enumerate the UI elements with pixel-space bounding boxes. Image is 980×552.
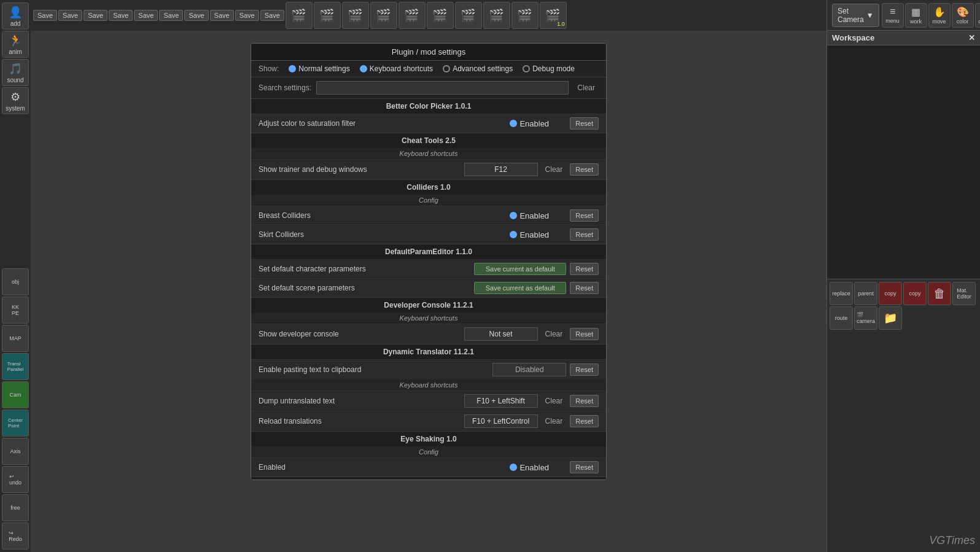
film-btn-8[interactable]: 🎬 [483, 2, 510, 29]
dump-untranslated-reset[interactable]: Reset [570, 395, 599, 407]
default-scene-reset[interactable]: Reset [570, 282, 599, 294]
nav-color-btn[interactable]: 🎨 color [952, 3, 974, 28]
film-btn-2[interactable]: 🎬 [314, 2, 341, 29]
nav-work-btn[interactable]: ▦ work [905, 3, 927, 28]
cam-btn[interactable]: Cam [2, 381, 29, 408]
reload-translations-clear[interactable]: Clear [542, 416, 567, 427]
radio-advanced-dot [443, 65, 450, 72]
film-btn-5[interactable]: 🎬 [399, 2, 426, 29]
dump-untranslated-label: Dump untranslated text [259, 397, 464, 405]
show-debug-mode[interactable]: Debug mode [523, 64, 575, 73]
default-char-reset[interactable]: Reset [570, 263, 599, 275]
axis-btn[interactable]: Axis [2, 438, 29, 465]
parent-tool-btn[interactable]: parent [854, 282, 877, 305]
sub-header-translator-keyboard: Keyboard shortcuts [251, 379, 606, 391]
copy-tool-btn[interactable]: copy [879, 282, 902, 305]
save-btn-2[interactable]: Save [58, 10, 82, 21]
film-btn-4[interactable]: 🎬 [370, 2, 397, 29]
eye-enabled-reset[interactable]: Reset [570, 461, 599, 473]
film-btn-10[interactable]: 🎬 1.0 [540, 2, 567, 29]
nav-option-btn[interactable]: ⚙ option [975, 3, 980, 28]
save-scene-default-btn[interactable]: Save current as default [474, 282, 566, 294]
kkpe-btn[interactable]: KKPE [2, 297, 29, 324]
default-scene-params-label: Set default scene parameters [259, 284, 464, 292]
redo-btn[interactable]: ↪Redo [2, 523, 29, 550]
delete-tool-btn[interactable]: 🗑 [928, 282, 951, 305]
obj-btn[interactable]: obj [2, 268, 29, 295]
nav-move-btn[interactable]: ✋ move [928, 3, 951, 28]
eye-enabled-text: Enabled [519, 463, 549, 472]
add-icon: 👤 [9, 6, 22, 19]
adjust-color-reset[interactable]: Reset [570, 117, 599, 130]
film-btn-6[interactable]: 🎬 [427, 2, 454, 29]
search-clear-btn[interactable]: Clear [574, 82, 599, 93]
dump-untranslated-clear[interactable]: Clear [542, 395, 567, 406]
save-btn-8[interactable]: Save [210, 10, 234, 21]
copy2-tool-btn[interactable]: copy [903, 282, 927, 305]
save-btn-3[interactable]: Save [84, 10, 107, 21]
show-trainer-label: Show trainer and debug windows [259, 165, 464, 174]
translparallel-btn[interactable]: TranslParallel [2, 353, 29, 380]
breast-colliders-reset[interactable]: Reset [570, 209, 599, 222]
right-panel-top: Set Camera ▼ ≡ menu ▦ work ✋ move 🎨 colo… [827, 0, 980, 31]
set-camera-dropdown[interactable]: Set Camera ▼ [832, 4, 879, 27]
enable-pasting-reset[interactable]: Reset [570, 363, 599, 376]
show-dev-console-value: Not set Clear Reset [464, 327, 599, 341]
show-dev-console-clear[interactable]: Clear [542, 328, 567, 340]
anim-icon: 🏃 [9, 34, 22, 47]
show-dev-console-key: Not set [464, 327, 538, 341]
route-btn[interactable]: route [830, 306, 853, 330]
color-icon: 🎨 [957, 6, 969, 18]
camera-tool-btn[interactable]: 🎬camera [854, 306, 877, 330]
modal-title: Plugin / mod settings [251, 44, 606, 61]
work-label: work [910, 18, 922, 25]
adjust-color-enabled: Enabled [492, 119, 566, 128]
search-settings-input[interactable] [316, 81, 569, 95]
save-btn-7[interactable]: Save [184, 10, 208, 21]
save-btn-5[interactable]: Save [134, 10, 158, 21]
show-trainer-clear[interactable]: Clear [542, 164, 567, 175]
plugin-header-colliders: Colliders 1.0 [251, 180, 606, 195]
plugin-header-dev-console: Developer Console 11.2.1 [251, 298, 606, 313]
sidebar-item-anim[interactable]: 🏃 anim [2, 31, 29, 58]
nav-menu-btn[interactable]: ≡ menu [882, 3, 904, 28]
work-icon: ▦ [911, 6, 920, 18]
sidebar-sound-label: sound [7, 77, 23, 84]
workspace-title-text: Workspace [832, 33, 874, 42]
show-advanced-settings[interactable]: Advanced settings [443, 64, 513, 73]
replace-tool-btn[interactable]: replace [830, 282, 853, 305]
plugin-header-better-color-picker: Better Color Picker 1.0.1 [251, 99, 606, 114]
folder-tool-btn[interactable]: 📁 [879, 306, 902, 330]
free-btn[interactable]: free [2, 494, 29, 521]
modal-scroll-area[interactable]: Better Color Picker 1.0.1 Adjust color t… [251, 99, 606, 480]
skirt-colliders-label: Skirt Colliders [259, 230, 464, 239]
workspace-close-btn[interactable]: ✕ [968, 33, 975, 42]
sidebar-item-sound[interactable]: 🎵 sound [2, 59, 29, 86]
film-btn-3[interactable]: 🎬 [342, 2, 369, 29]
save-btn-9[interactable]: Save [235, 10, 259, 21]
skirt-colliders-enabled: Enabled [492, 230, 566, 239]
film-btn-7[interactable]: 🎬 [455, 2, 482, 29]
show-normal-settings[interactable]: Normal settings [289, 64, 349, 73]
save-btn-10[interactable]: Save [260, 10, 284, 21]
save-btn-4[interactable]: Save [109, 10, 133, 21]
show-dev-console-reset[interactable]: Reset [570, 328, 599, 340]
save-btn-6[interactable]: Save [159, 10, 183, 21]
show-trainer-reset[interactable]: Reset [570, 163, 599, 176]
sidebar-item-system[interactable]: ⚙ system [2, 87, 29, 114]
film-btn-9[interactable]: 🎬 [511, 2, 539, 29]
film-btn-1[interactable]: 🎬 [286, 2, 313, 29]
sidebar-item-add[interactable]: 👤 add [2, 2, 29, 29]
row-show-dev-console: Show developer console Not set Clear Res… [251, 324, 606, 344]
map-btn[interactable]: MAP [2, 325, 29, 352]
undo-btn[interactable]: ↩undo [2, 466, 29, 493]
save-btn-1[interactable]: Save [33, 10, 57, 21]
mat-editor-btn[interactable]: Mat.Editor [952, 282, 976, 305]
reload-translations-reset[interactable]: Reset [570, 415, 599, 427]
save-char-default-btn[interactable]: Save current as default [474, 263, 566, 275]
row-adjust-color: Adjust color to saturation filter Enable… [251, 114, 606, 133]
show-keyboard-shortcuts[interactable]: Keyboard shortcuts [360, 64, 433, 73]
radio-keyboard-dot [360, 65, 367, 72]
centerpoint-btn[interactable]: CenterPoint [2, 410, 29, 437]
skirt-colliders-reset[interactable]: Reset [570, 228, 599, 241]
